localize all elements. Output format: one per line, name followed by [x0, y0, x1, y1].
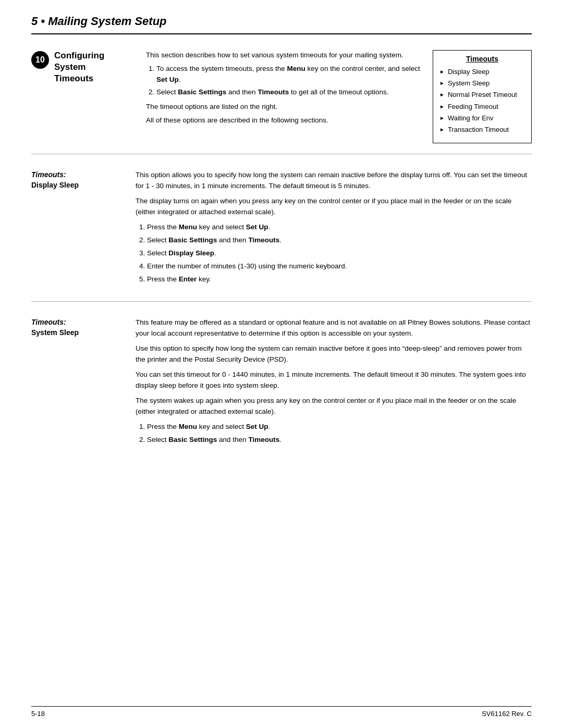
section-title-text: Configuring System Timeouts [54, 50, 104, 84]
intro-steps: To access the system timeouts, press the… [156, 64, 422, 97]
timeouts-box-title: Timeouts [439, 55, 525, 63]
section-configuring-timeouts: 10 Configuring System Timeouts This sect… [31, 50, 532, 143]
display-sleep-steps: Press the Menu key and select Set Up. Se… [147, 222, 532, 285]
intro-step-2: Select Basic Settings and then Timeouts … [156, 87, 422, 97]
doc-reference: SV61162 Rev. C [482, 710, 532, 718]
intro-p1: This section describes how to set variou… [146, 50, 422, 60]
list-item: ►Transaction Timeout [439, 125, 525, 134]
arrow-icon: ► [439, 80, 445, 87]
system-sleep-label-bold: System Sleep [31, 328, 125, 338]
display-sleep-section: Timeouts: Display Sleep This option allo… [31, 165, 532, 287]
system-sleep-p1: This feature may be offered as a standar… [136, 317, 532, 339]
timeouts-list: ►Display Sleep ►System Sleep ►Normal Pre… [439, 67, 525, 134]
list-item: ►System Sleep [439, 79, 525, 88]
display-sleep-step1: Press the Menu key and select Set Up. [147, 222, 532, 233]
arrow-icon: ► [439, 126, 445, 133]
section-number: 10 [31, 51, 49, 69]
page-container: 5 • Mailing System Setup 10 Configuring … [0, 0, 563, 728]
page-number: 5-18 [31, 710, 45, 718]
system-sleep-p3: You can set this timeout for 0 - 1440 mi… [136, 369, 532, 391]
divider [31, 154, 532, 154]
timeouts-label-italic: Timeouts: [31, 170, 125, 180]
arrow-icon: ► [439, 103, 445, 110]
system-sleep-step1: Press the Menu key and select Set Up. [147, 422, 532, 433]
page-title: 5 • Mailing System Setup [31, 15, 532, 28]
arrow-icon: ► [439, 115, 445, 122]
list-item: ►Waiting for Env [439, 114, 525, 123]
display-sleep-step3: Select Display Sleep. [147, 248, 532, 259]
system-sleep-p2: Use this option to specify how long the … [136, 343, 532, 365]
trailing-p1: The timeout options are listed on the ri… [146, 102, 422, 112]
system-sleep-label: Timeouts: System Sleep [31, 317, 125, 447]
system-sleep-section: Timeouts: System Sleep This feature may … [31, 312, 532, 447]
display-sleep-step2: Select Basic Settings and then Timeouts. [147, 235, 532, 246]
system-sleep-p4: The system wakes up again when you press… [136, 396, 532, 417]
list-item: ►Feeding Timeout [439, 102, 525, 112]
arrow-icon: ► [439, 68, 445, 76]
intro-step-1: To access the system timeouts, press the… [156, 64, 422, 85]
display-sleep-label-bold: Display Sleep [31, 180, 125, 191]
page-footer: 5-18 SV61162 Rev. C [31, 706, 532, 718]
display-sleep-label: Timeouts: Display Sleep [31, 170, 125, 287]
section-intro-body: This section describes how to set variou… [146, 50, 422, 129]
display-sleep-p2: The display turns on again when you pres… [136, 196, 532, 218]
section-title-block: 10 Configuring System Timeouts [31, 50, 136, 84]
arrow-icon: ► [439, 91, 445, 98]
display-sleep-step5: Press the Enter key. [147, 274, 532, 285]
display-sleep-body: This option allows you to specify how lo… [136, 170, 532, 287]
system-sleep-steps: Press the Menu key and select Set Up. Se… [147, 422, 532, 446]
display-sleep-p1: This option allows you to specify how lo… [136, 170, 532, 192]
system-timeouts-label-italic: Timeouts: [31, 317, 125, 328]
system-sleep-step2: Select Basic Settings and then Timeouts. [147, 435, 532, 446]
system-sleep-body: This feature may be offered as a standar… [136, 317, 532, 447]
display-sleep-step4: Enter the number of minutes (1-30) using… [147, 261, 532, 272]
page-header: 5 • Mailing System Setup [31, 0, 532, 34]
list-item: ►Normal Preset Timeout [439, 90, 525, 100]
list-item: ►Display Sleep [439, 67, 525, 77]
timeouts-sidebar-box: Timeouts ►Display Sleep ►System Sleep ►N… [433, 50, 532, 143]
trailing-p2: All of these options are described in th… [146, 115, 422, 126]
divider-2 [31, 301, 532, 302]
